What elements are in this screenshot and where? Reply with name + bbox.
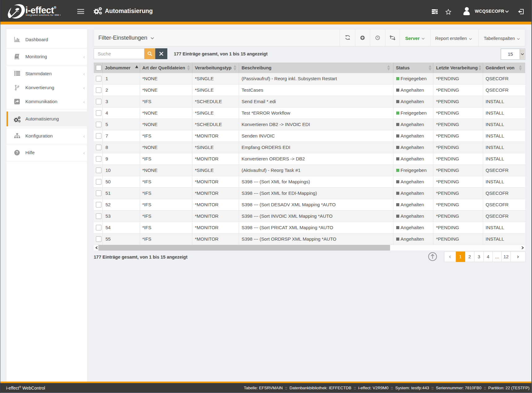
svg-text:?: ?	[16, 151, 18, 155]
